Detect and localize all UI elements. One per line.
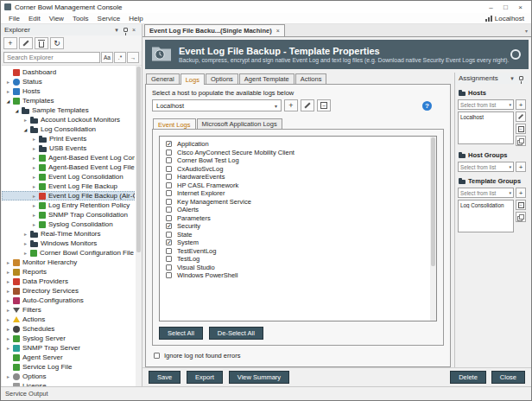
expander-icon[interactable]: ▸: [30, 155, 38, 161]
checkbox[interactable]: ✓: [166, 239, 172, 245]
checkbox[interactable]: [166, 272, 172, 278]
checkbox[interactable]: [166, 190, 172, 196]
expander-icon[interactable]: ▸: [4, 297, 12, 303]
help-icon[interactable]: ?: [422, 101, 432, 111]
tree-item-service-log-file[interactable]: Service Log File: [2, 362, 135, 372]
expander-icon[interactable]: ▸: [30, 136, 38, 142]
tree-item-auto-configurations[interactable]: ▸Auto-Configurations: [2, 296, 135, 305]
document-tab[interactable]: Event Log File Backu...(Single Machine) …: [144, 24, 285, 36]
add-host-button[interactable]: +: [284, 99, 298, 111]
menu-view[interactable]: View: [45, 15, 68, 22]
list-item[interactable]: Localhost: [460, 114, 511, 120]
log-row-visual-studio[interactable]: Visual Studio: [166, 264, 428, 272]
ignore-errors-checkbox[interactable]: [154, 353, 160, 359]
expander-icon[interactable]: ▸: [4, 326, 12, 332]
menu-tools[interactable]: Tools: [68, 15, 93, 22]
checkbox[interactable]: [166, 232, 172, 238]
hosts-combobox[interactable]: Select from list▾: [458, 99, 514, 110]
tree-item-reports[interactable]: ▸Reports: [2, 267, 135, 277]
tree-item-templates[interactable]: ◢Templates: [2, 96, 135, 105]
tree-item-schedules[interactable]: ▸Schedules: [2, 324, 135, 334]
remove-host-button[interactable]: −: [317, 99, 331, 111]
template-groups-combobox[interactable]: Select from list▾: [458, 188, 514, 198]
log-row-oalerts[interactable]: OAlerts: [166, 206, 428, 214]
remove-hosts-button[interactable]: −: [516, 124, 526, 134]
list-item[interactable]: Log Consolidation: [460, 202, 511, 208]
tree-item-event-log-file-backup-air-gapped-single-machine[interactable]: ▸Event Log File Backup (Air-Gapped Singl…: [2, 191, 135, 200]
add-button[interactable]: +: [3, 37, 17, 49]
tab-options[interactable]: Options: [206, 73, 238, 84]
log-row-security[interactable]: ✓Security: [166, 222, 428, 231]
checkbox[interactable]: [166, 248, 172, 254]
checkbox[interactable]: [166, 199, 172, 205]
tree-item-agent-based-event-log-file-backup[interactable]: ▸Agent-Based Event Log File Backup: [2, 162, 135, 172]
tree-scrollbar[interactable]: [136, 66, 142, 386]
add-host-groups-button[interactable]: +: [516, 162, 526, 172]
expander-icon[interactable]: ▸: [4, 335, 12, 341]
tab-agent-template[interactable]: Agent Template: [239, 73, 294, 84]
log-row-parameters[interactable]: Parameters: [166, 214, 428, 223]
match-case-button[interactable]: Aa: [101, 52, 113, 63]
expander-icon[interactable]: ▸: [4, 307, 12, 313]
menu-file[interactable]: File: [4, 15, 24, 22]
pin-icon[interactable]: [121, 28, 130, 32]
checkbox[interactable]: ✓: [166, 223, 172, 229]
tree-item-monitor-hierarchy[interactable]: ▸Monitor Hierarchy: [2, 258, 135, 267]
checkbox[interactable]: [166, 150, 172, 156]
expander-icon[interactable]: ▸: [4, 259, 12, 265]
tree-item-options[interactable]: ▸Options: [2, 372, 135, 381]
tree-item-print-events[interactable]: ▸Print Events: [2, 134, 135, 143]
checkbox[interactable]: [166, 182, 172, 188]
tab-logs[interactable]: Logs: [180, 73, 205, 85]
tree-item-status[interactable]: ▸Status: [2, 77, 135, 86]
checkbox[interactable]: [166, 157, 172, 163]
expander-icon[interactable]: ▸: [30, 212, 38, 218]
tree-item-real-time-monitors[interactable]: ▸Real-Time Monitors: [2, 229, 135, 239]
tab-actions[interactable]: Actions: [295, 73, 327, 84]
save-button[interactable]: Save: [149, 371, 180, 384]
close-panel-icon[interactable]: ×: [130, 27, 138, 33]
tree-item-agent-server[interactable]: Agent Server: [2, 353, 135, 362]
host-groups-combobox[interactable]: Select from list▾: [458, 162, 514, 172]
log-row-system[interactable]: ✓System: [166, 239, 428, 247]
refresh-button[interactable]: ↻: [50, 37, 64, 49]
tree-item-windows-monitors[interactable]: ▸Windows Monitors: [2, 239, 135, 248]
checkbox[interactable]: [166, 215, 172, 221]
tree-item-license[interactable]: License: [2, 381, 135, 386]
checkbox[interactable]: [166, 264, 172, 271]
tree-item-log-consolidation[interactable]: ◢Log Consolidation: [2, 124, 135, 134]
expander-icon[interactable]: ▸: [22, 231, 29, 237]
copy-template-groups-button[interactable]: [516, 212, 526, 222]
menu-edit[interactable]: Edit: [24, 15, 45, 22]
tab-general[interactable]: General: [146, 73, 180, 84]
menu-help[interactable]: Help: [124, 15, 147, 22]
hosts-list[interactable]: Localhost: [458, 111, 514, 144]
expander-icon[interactable]: ▸: [30, 221, 38, 227]
expander-icon[interactable]: ◢: [22, 127, 29, 132]
expander-icon[interactable]: ▸: [4, 79, 12, 85]
tree-item-event-log-file-backup[interactable]: ▸Event Log File Backup: [2, 181, 135, 191]
log-row-testlog[interactable]: TestLog: [166, 255, 428, 264]
tree-item-log-entry-retention-policy[interactable]: ▸Log Entry Retention Policy: [2, 200, 135, 210]
search-input[interactable]: [3, 52, 100, 63]
log-row-internet-explorer[interactable]: Internet Explorer: [166, 189, 428, 198]
tree-item-event-log-consolidation[interactable]: ▸Event Log Consolidation: [2, 172, 135, 181]
expander-icon[interactable]: ▸: [30, 174, 38, 180]
close-button[interactable]: ×: [513, 2, 528, 13]
expander-icon[interactable]: ▸: [30, 145, 38, 151]
log-row-windows-powershell[interactable]: Windows PowerShell: [166, 271, 428, 280]
tree-item-actions[interactable]: ▸Actions: [2, 315, 135, 324]
log-row-application[interactable]: ✓Application: [166, 140, 428, 149]
pin-icon[interactable]: [516, 76, 525, 80]
maximize-button[interactable]: □: [498, 2, 513, 13]
select-all-button[interactable]: Select All: [159, 327, 203, 340]
expander-icon[interactable]: ▸: [4, 269, 12, 275]
tree-item-data-providers[interactable]: ▸Data Providers: [2, 277, 135, 286]
tree-item-sample-templates[interactable]: ◢Sample Templates: [2, 105, 135, 115]
edit-button[interactable]: [19, 37, 33, 49]
log-row-corner-bowl-test-log[interactable]: Corner Bowl Test Log: [166, 156, 428, 165]
minimize-button[interactable]: –: [484, 2, 498, 13]
menu-service[interactable]: Service: [93, 15, 125, 22]
host-combobox[interactable]: Localhost ▾: [152, 99, 282, 111]
log-row-testeventlog[interactable]: TestEventLog: [166, 247, 428, 256]
